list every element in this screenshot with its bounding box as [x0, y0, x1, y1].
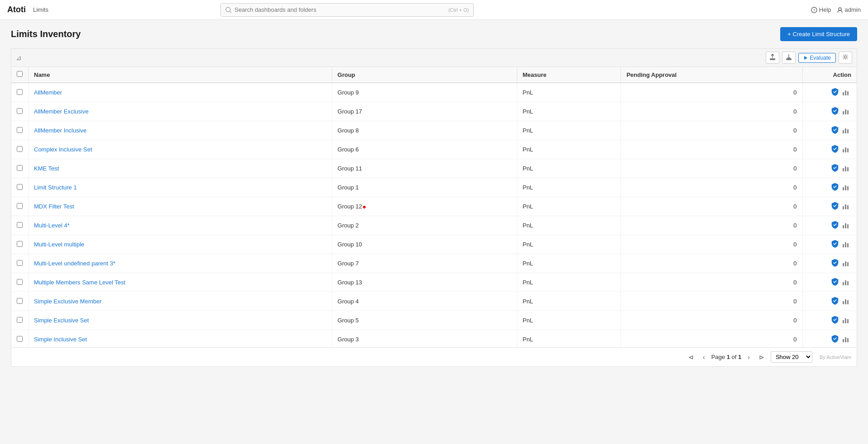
limit-name-link[interactable]: AllMember Inclusive: [34, 127, 86, 134]
search-input[interactable]: [234, 6, 445, 13]
limit-name-link[interactable]: Simple Inclusive Set: [34, 336, 87, 343]
row-checkbox-cell[interactable]: [11, 254, 29, 273]
row-checkbox[interactable]: [17, 336, 23, 342]
row-name[interactable]: Multi-Level multiple: [29, 235, 332, 254]
shield-action-button[interactable]: [830, 296, 840, 307]
row-checkbox-cell[interactable]: [11, 330, 29, 348]
last-page-button[interactable]: ⊳: [756, 353, 767, 362]
row-checkbox[interactable]: [17, 260, 23, 266]
evaluate-button[interactable]: Evaluate: [798, 53, 836, 63]
user-menu[interactable]: admin: [837, 6, 861, 13]
row-name[interactable]: AllMember: [29, 83, 332, 102]
row-checkbox-cell[interactable]: [11, 178, 29, 197]
limit-name-link[interactable]: AllMember: [34, 89, 62, 96]
row-checkbox-cell[interactable]: [11, 83, 29, 102]
shield-action-button[interactable]: [830, 220, 840, 231]
shield-action-button[interactable]: [830, 334, 840, 345]
prev-page-button[interactable]: ‹: [700, 353, 708, 362]
limit-name-link[interactable]: KME Test: [34, 165, 59, 172]
row-checkbox[interactable]: [17, 203, 23, 209]
row-checkbox-cell[interactable]: [11, 235, 29, 254]
shield-action-button[interactable]: [830, 144, 840, 155]
row-name[interactable]: KME Test: [29, 159, 332, 178]
row-checkbox[interactable]: [17, 146, 23, 152]
limit-name-link[interactable]: Multi-Level multiple: [34, 241, 84, 248]
shield-action-button[interactable]: [830, 182, 840, 193]
chart-action-button[interactable]: [840, 164, 851, 174]
chart-action-button[interactable]: [840, 316, 851, 326]
filter-icon[interactable]: ⊿: [16, 54, 22, 62]
row-checkbox[interactable]: [17, 279, 23, 285]
nav-section[interactable]: Limits: [33, 6, 48, 13]
row-name[interactable]: Simple Exclusive Set: [29, 311, 332, 330]
row-checkbox[interactable]: [17, 89, 23, 95]
row-checkbox-cell[interactable]: [11, 216, 29, 235]
row-checkbox[interactable]: [17, 165, 23, 171]
row-checkbox[interactable]: [17, 222, 23, 228]
limit-name-link[interactable]: AllMember Exclusive: [34, 108, 89, 115]
row-name[interactable]: Simple Exclusive Member: [29, 292, 332, 311]
chart-action-button[interactable]: [840, 278, 851, 288]
row-name[interactable]: Simple Inclusive Set: [29, 330, 332, 348]
chart-action-button[interactable]: [840, 145, 851, 155]
row-name[interactable]: Multi-Level undefined parent 3*: [29, 254, 332, 273]
chart-action-button[interactable]: [840, 297, 851, 307]
shield-action-button[interactable]: [830, 106, 840, 117]
global-search[interactable]: (Ctrl + O): [220, 3, 474, 17]
row-name[interactable]: Limit Structure 1: [29, 178, 332, 197]
limit-name-link[interactable]: Multi-Level undefined parent 3*: [34, 260, 115, 267]
limit-name-link[interactable]: Simple Exclusive Set: [34, 317, 89, 324]
first-page-button[interactable]: ⊲: [686, 353, 696, 362]
table-scroll[interactable]: Name Group Measure Pending Approval Acti…: [11, 67, 857, 347]
chart-action-button[interactable]: [840, 126, 851, 136]
row-checkbox[interactable]: [17, 184, 23, 190]
help-link[interactable]: ? Help: [811, 6, 831, 13]
shield-action-button[interactable]: [830, 125, 840, 136]
limit-name-link[interactable]: Limit Structure 1: [34, 184, 77, 191]
limit-name-link[interactable]: Multiple Members Same Level Test: [34, 279, 125, 286]
row-checkbox-cell[interactable]: [11, 197, 29, 216]
shield-action-button[interactable]: [830, 87, 840, 98]
row-name[interactable]: AllMember Exclusive: [29, 102, 332, 121]
row-name[interactable]: Multi-Level 4*: [29, 216, 332, 235]
shield-action-button[interactable]: [830, 277, 840, 288]
chart-action-button[interactable]: [840, 240, 851, 250]
chart-action-button[interactable]: [840, 107, 851, 117]
chart-action-button[interactable]: [840, 335, 851, 345]
next-page-button[interactable]: ›: [745, 353, 753, 362]
row-name[interactable]: Multiple Members Same Level Test: [29, 273, 332, 292]
shield-action-button[interactable]: [830, 258, 840, 269]
chart-action-button[interactable]: [840, 88, 851, 98]
row-checkbox[interactable]: [17, 317, 23, 323]
row-checkbox-cell[interactable]: [11, 159, 29, 178]
upload-button[interactable]: [766, 52, 779, 64]
download-button[interactable]: [782, 52, 796, 64]
chart-action-button[interactable]: [840, 221, 851, 231]
row-checkbox-cell[interactable]: [11, 273, 29, 292]
chart-action-button[interactable]: [840, 202, 851, 212]
limit-name-link[interactable]: Complex Inclusive Set: [34, 146, 92, 153]
settings-button[interactable]: [839, 52, 852, 64]
limit-name-link[interactable]: Multi-Level 4*: [34, 222, 70, 229]
chart-action-button[interactable]: [840, 183, 851, 193]
select-all-header[interactable]: [11, 67, 29, 83]
shield-action-button[interactable]: [830, 239, 840, 250]
row-checkbox[interactable]: [17, 298, 23, 304]
row-name[interactable]: MDX Filter Test: [29, 197, 332, 216]
shield-action-button[interactable]: [830, 163, 840, 174]
shield-action-button[interactable]: [830, 201, 840, 212]
limit-name-link[interactable]: Simple Exclusive Member: [34, 298, 102, 305]
shield-action-button[interactable]: [830, 315, 840, 326]
row-checkbox[interactable]: [17, 127, 23, 133]
show-count-select[interactable]: Show 20 Show 50 Show 100: [771, 351, 812, 363]
row-checkbox[interactable]: [17, 108, 23, 114]
create-limit-structure-button[interactable]: + Create Limit Structure: [780, 27, 857, 41]
limit-name-link[interactable]: MDX Filter Test: [34, 203, 74, 210]
row-checkbox-cell[interactable]: [11, 140, 29, 159]
row-name[interactable]: AllMember Inclusive: [29, 121, 332, 140]
row-checkbox-cell[interactable]: [11, 292, 29, 311]
chart-action-button[interactable]: [840, 259, 851, 269]
row-checkbox-cell[interactable]: [11, 121, 29, 140]
row-checkbox-cell[interactable]: [11, 102, 29, 121]
row-checkbox-cell[interactable]: [11, 311, 29, 330]
